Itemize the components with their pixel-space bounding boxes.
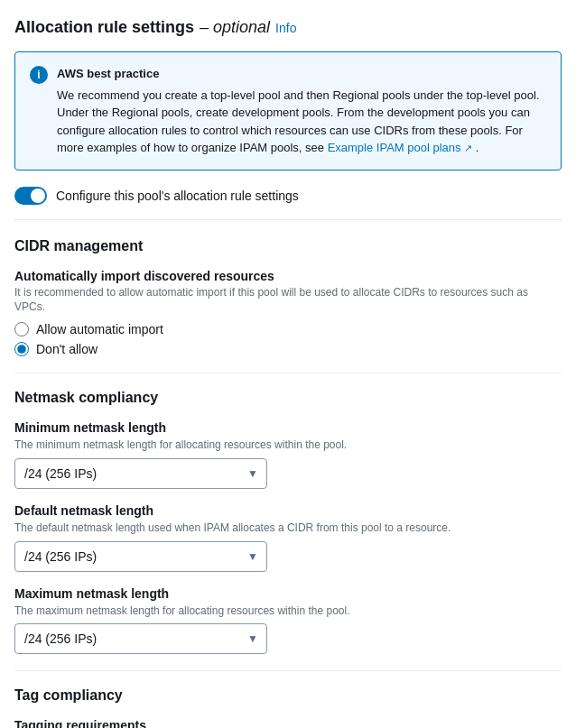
tag-compliance-section: Tag compliancy Tagging requirements Add …	[14, 687, 562, 728]
toggle-row: Configure this pool's allocation rule se…	[14, 187, 562, 220]
default-netmask-select-wrapper: /24 (256 IPs) /16 (65536 IPs) /20 (4096 …	[14, 541, 267, 572]
default-netmask-field: Default netmask length The default netma…	[14, 503, 562, 572]
netmask-section: Netmask compliancy Minimum netmask lengt…	[14, 390, 562, 654]
divider-2	[14, 670, 562, 671]
maximum-netmask-label: Maximum netmask length	[14, 586, 562, 601]
auto-import-desc: It is recommended to allow automatic imp…	[14, 285, 562, 316]
configure-toggle[interactable]	[14, 187, 47, 205]
minimum-netmask-desc: The minimum netmask length for allocatin…	[14, 438, 562, 453]
cidr-section: CIDR management Automatically import dis…	[14, 238, 562, 357]
radio-dont-allow[interactable]: Don't allow	[14, 342, 562, 356]
page-title: Allocation rule settings – optional Info	[14, 18, 562, 37]
tagging-requirements-subsection: Tagging requirements Add tagging require…	[14, 718, 562, 728]
auto-import-radio-group: Allow automatic import Don't allow	[14, 322, 562, 356]
external-link-icon: ↗	[464, 143, 472, 153]
cidr-section-title: CIDR management	[14, 238, 562, 254]
auto-import-title: Automatically import discovered resource…	[14, 269, 562, 283]
maximum-netmask-select-wrapper: /24 (256 IPs) /16 (65536 IPs) /20 (4096 …	[14, 623, 267, 654]
info-box-title: AWS best practice	[57, 65, 546, 83]
minimum-netmask-field: Minimum netmask length The minimum netma…	[14, 420, 562, 489]
minimum-netmask-select-wrapper: /24 (256 IPs) /16 (65536 IPs) /20 (4096 …	[14, 458, 267, 489]
default-netmask-label: Default netmask length	[14, 503, 562, 518]
toggle-label: Configure this pool's allocation rule se…	[56, 189, 299, 203]
divider-1	[14, 373, 562, 373]
tag-section-title: Tag compliancy	[14, 687, 562, 704]
example-ipam-link[interactable]: Example IPAM pool plans ↗	[328, 141, 476, 154]
maximum-netmask-field: Maximum netmask length The maximum netma…	[14, 586, 562, 655]
default-netmask-select[interactable]: /24 (256 IPs) /16 (65536 IPs) /20 (4096 …	[14, 541, 267, 572]
radio-allow[interactable]: Allow automatic import	[14, 322, 562, 336]
info-icon: i	[30, 66, 48, 84]
radio-dont-allow-input[interactable]	[14, 342, 29, 356]
best-practice-info-box: i AWS best practice We recommend you cre…	[14, 51, 562, 170]
maximum-netmask-select[interactable]: /24 (256 IPs) /16 (65536 IPs) /20 (4096 …	[14, 623, 267, 654]
netmask-section-title: Netmask compliancy	[14, 390, 562, 406]
radio-allow-label: Allow automatic import	[36, 322, 163, 336]
maximum-netmask-desc: The maximum netmask length for allocatin…	[14, 604, 562, 619]
minimum-netmask-label: Minimum netmask length	[14, 420, 562, 435]
radio-dont-allow-label: Don't allow	[36, 342, 98, 356]
radio-allow-input[interactable]	[14, 322, 29, 336]
minimum-netmask-select[interactable]: /24 (256 IPs) /16 (65536 IPs) /20 (4096 …	[14, 458, 267, 489]
info-link[interactable]: Info	[275, 21, 296, 35]
tagging-requirements-label: Tagging requirements	[14, 718, 562, 728]
default-netmask-desc: The default netmask length used when IPA…	[14, 521, 562, 536]
info-box-content: AWS best practice We recommend you creat…	[57, 65, 546, 157]
